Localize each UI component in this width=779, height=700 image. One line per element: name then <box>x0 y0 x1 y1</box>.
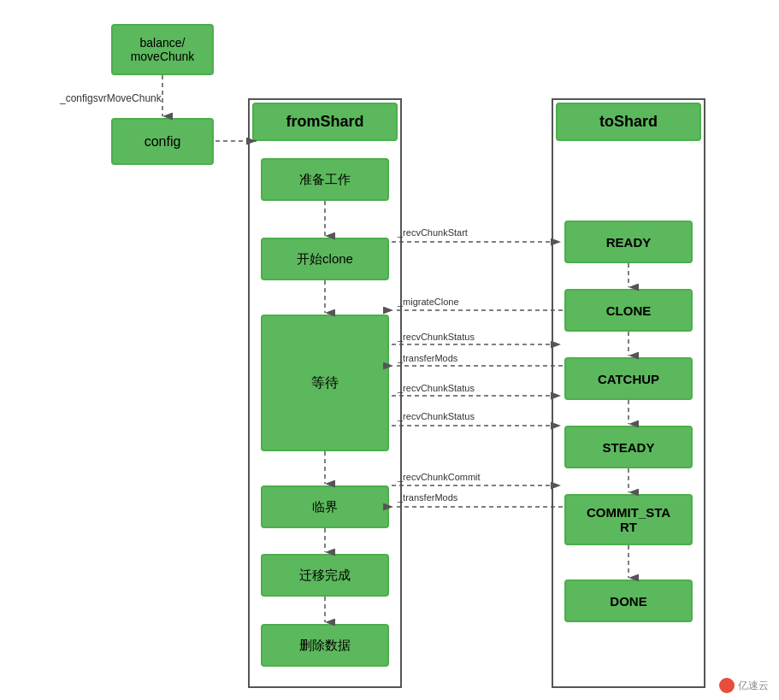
commit-start-label: COMMIT_STA RT <box>587 505 670 534</box>
to-shard-header: toShard <box>556 103 701 141</box>
prepare-box: 准备工作 <box>261 158 389 201</box>
config-box: config <box>111 118 214 165</box>
commit-start-box: COMMIT_STA RT <box>564 494 693 545</box>
recv-chunk-start-label: _recvChunkStart <box>398 227 468 238</box>
migration-done-label: 迁移完成 <box>299 568 351 584</box>
delete-data-box: 删除数据 <box>261 624 389 667</box>
critical-box: 临界 <box>261 485 389 528</box>
clone-label: CLONE <box>606 303 652 318</box>
critical-label: 临界 <box>312 499 338 515</box>
recv-chunk-status1-label: _recvChunkStatus <box>398 332 475 342</box>
catchup-label: CATCHUP <box>598 372 659 386</box>
steady-box: STEADY <box>564 426 693 468</box>
watermark: 亿速云 <box>719 678 769 693</box>
config-label: config <box>145 134 181 150</box>
clone-box: CLONE <box>564 289 693 332</box>
start-clone-label: 开始clone <box>297 251 353 268</box>
watermark-icon <box>719 678 735 693</box>
recv-chunk-status3-label: _recvChunkStatus <box>398 411 475 421</box>
diagram-container: balance/ moveChunk _configsvrMoveChunk c… <box>0 0 779 700</box>
wait-box: 等待 <box>261 315 389 451</box>
balance-movechunk-label: balance/ moveChunk <box>131 36 195 63</box>
delete-data-label: 删除数据 <box>299 638 351 654</box>
transfer-mods2-label: _transferMods <box>398 492 457 503</box>
watermark-text: 亿速云 <box>738 679 769 693</box>
balance-movechunk-box: balance/ moveChunk <box>111 24 214 75</box>
prepare-label: 准备工作 <box>299 172 351 188</box>
recv-chunk-status2-label: _recvChunkStatus <box>398 383 475 393</box>
configsvr-label: _configsvrMoveChunk <box>60 92 162 104</box>
done-box: DONE <box>564 579 693 622</box>
steady-label: STEADY <box>603 440 655 455</box>
catchup-box: CATCHUP <box>564 357 693 400</box>
from-shard-header: fromShard <box>252 103 398 141</box>
ready-box: READY <box>564 221 693 263</box>
start-clone-box: 开始clone <box>261 238 389 280</box>
migration-done-box: 迁移完成 <box>261 554 389 597</box>
transfer-mods1-label: _transferMods <box>398 353 457 363</box>
done-label: DONE <box>610 594 646 609</box>
wait-label: 等待 <box>311 374 339 392</box>
ready-label: READY <box>606 235 652 250</box>
migrate-clone-label: _migrateClone <box>398 297 459 307</box>
recv-chunk-commit-label: _recvChunkCommit <box>398 472 481 482</box>
